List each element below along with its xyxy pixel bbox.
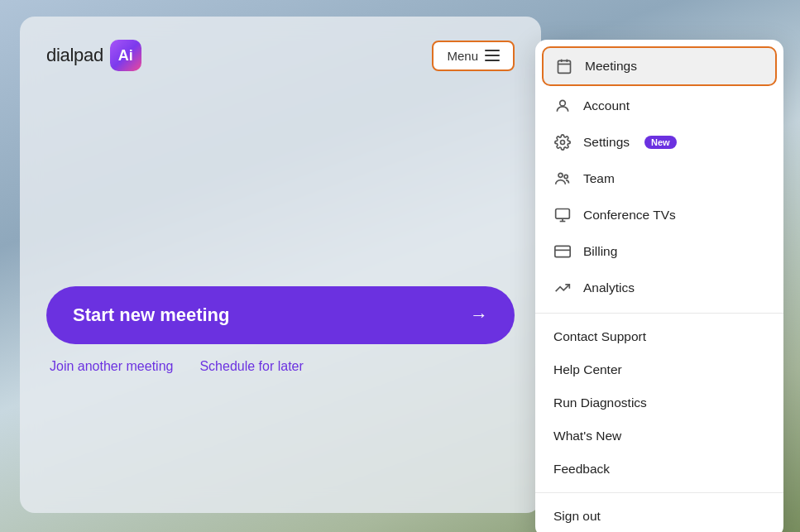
app-name: dialpad xyxy=(46,45,103,66)
new-badge: New xyxy=(644,136,677,149)
help-center-label: Help Center xyxy=(553,362,622,377)
dropdown-menu: Meetings Account Settings New xyxy=(535,40,783,532)
analytics-label: Analytics xyxy=(583,280,635,295)
menu-item-billing[interactable]: Billing xyxy=(535,233,783,270)
menu-item-conference-tvs[interactable]: Conference TVs xyxy=(535,197,783,233)
menu-item-account[interactable]: Account xyxy=(535,88,783,124)
menu-item-help-center[interactable]: Help Center xyxy=(535,353,783,386)
hamburger-icon xyxy=(485,50,500,61)
header: dialpad Ai Menu xyxy=(46,40,515,71)
team-icon xyxy=(553,170,572,188)
analytics-icon xyxy=(553,279,572,297)
join-meeting-link[interactable]: Join another meeting xyxy=(50,359,173,374)
app-logo-icon: Ai xyxy=(110,40,141,71)
divider-1 xyxy=(535,313,783,314)
menu-button[interactable]: Menu xyxy=(432,41,515,71)
team-label: Team xyxy=(583,171,615,186)
quick-links: Join another meeting Schedule for later xyxy=(46,359,515,374)
billing-label: Billing xyxy=(583,244,617,259)
sign-out-label: Sign out xyxy=(553,509,601,524)
gear-icon xyxy=(553,133,572,151)
svg-rect-0 xyxy=(558,60,571,73)
divider-2 xyxy=(535,492,783,493)
settings-label: Settings xyxy=(583,135,630,150)
svg-point-6 xyxy=(558,173,563,177)
monitor-icon xyxy=(553,206,572,224)
svg-point-7 xyxy=(564,175,568,178)
feedback-label: Feedback xyxy=(553,462,610,477)
menu-item-feedback[interactable]: Feedback xyxy=(535,453,783,486)
whats-new-label: What's New xyxy=(553,429,621,443)
menu-item-analytics[interactable]: Analytics xyxy=(535,270,783,306)
menu-item-run-diagnostics[interactable]: Run Diagnostics xyxy=(535,386,783,419)
svg-point-5 xyxy=(561,141,565,145)
app-card: dialpad Ai Menu Start new meeting → Join… xyxy=(20,17,541,513)
svg-rect-11 xyxy=(555,246,570,256)
logo-area: dialpad Ai xyxy=(46,40,141,71)
card-icon xyxy=(553,242,572,261)
start-meeting-label: Start new meeting xyxy=(73,304,229,326)
person-icon xyxy=(553,97,572,115)
menu-item-team[interactable]: Team xyxy=(535,161,783,197)
conference-tvs-label: Conference TVs xyxy=(583,208,676,223)
menu-label: Menu xyxy=(447,49,478,63)
svg-rect-8 xyxy=(556,209,570,219)
schedule-later-link[interactable]: Schedule for later xyxy=(199,359,303,374)
contact-support-label: Contact Support xyxy=(553,329,646,344)
menu-item-sign-out[interactable]: Sign out xyxy=(535,500,783,532)
arrow-right-icon: → xyxy=(470,304,488,326)
menu-item-meetings[interactable]: Meetings xyxy=(542,46,777,86)
calendar-icon xyxy=(555,57,573,75)
run-diagnostics-label: Run Diagnostics xyxy=(553,395,647,410)
account-label: Account xyxy=(583,98,630,113)
meetings-label: Meetings xyxy=(585,59,637,74)
menu-item-whats-new[interactable]: What's New xyxy=(535,419,783,453)
svg-point-4 xyxy=(560,100,566,106)
start-meeting-button[interactable]: Start new meeting → xyxy=(46,286,515,344)
menu-item-contact-support[interactable]: Contact Support xyxy=(535,320,783,353)
menu-item-settings[interactable]: Settings New xyxy=(535,124,783,161)
